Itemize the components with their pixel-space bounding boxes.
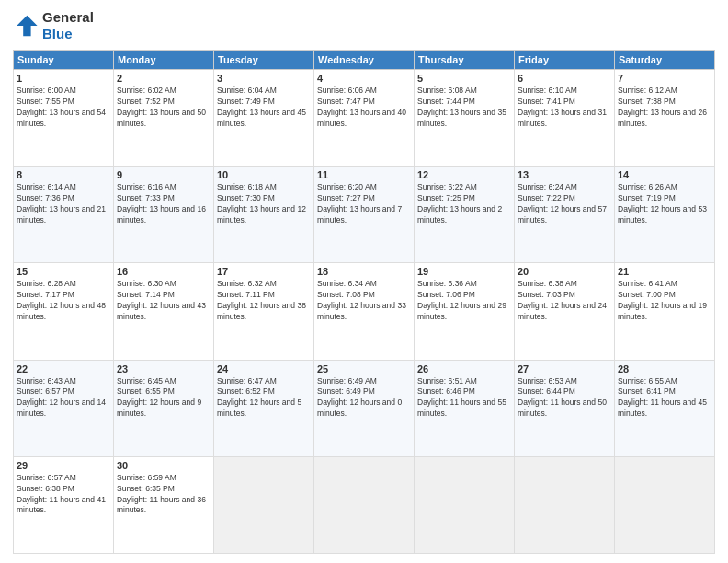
calendar-cell: 1Sunrise: 6:00 AMSunset: 7:55 PMDaylight… [14,70,114,167]
calendar-cell [615,456,715,553]
calendar-cell: 25Sunrise: 6:49 AMSunset: 6:49 PMDayligh… [314,360,415,456]
day-info: Sunrise: 6:14 AMSunset: 7:36 PMDaylight:… [17,182,110,226]
day-info: Sunrise: 6:34 AMSunset: 7:08 PMDaylight:… [317,279,411,323]
day-info: Sunrise: 6:53 AMSunset: 6:44 PMDaylight:… [518,376,611,420]
calendar-cell: 18Sunrise: 6:34 AMSunset: 7:08 PMDayligh… [314,263,415,360]
day-info: Sunrise: 6:51 AMSunset: 6:46 PMDaylight:… [417,376,511,420]
day-number: 1 [17,73,110,84]
day-number: 3 [217,73,311,84]
day-info: Sunrise: 6:49 AMSunset: 6:49 PMDaylight:… [317,376,411,420]
day-info: Sunrise: 6:43 AMSunset: 6:57 PMDaylight:… [17,376,110,420]
day-number: 27 [518,363,611,374]
day-number: 9 [117,169,210,180]
page: General Blue SundayMondayTuesdayWednesda… [0,0,728,563]
day-info: Sunrise: 6:36 AMSunset: 7:06 PMDaylight:… [417,279,511,323]
logo-text: General Blue [42,9,94,42]
calendar-week-row: 29Sunrise: 6:57 AMSunset: 6:38 PMDayligh… [14,456,715,553]
calendar-cell: 28Sunrise: 6:55 AMSunset: 6:41 PMDayligh… [615,360,715,456]
calendar-cell: 11Sunrise: 6:20 AMSunset: 7:27 PMDayligh… [314,167,415,263]
calendar-cell: 29Sunrise: 6:57 AMSunset: 6:38 PMDayligh… [14,456,114,553]
day-info: Sunrise: 6:41 AMSunset: 7:00 PMDaylight:… [618,279,711,323]
weekday-header-friday: Friday [515,51,615,70]
day-number: 4 [317,73,411,84]
weekday-header-monday: Monday [114,51,214,70]
day-info: Sunrise: 6:32 AMSunset: 7:11 PMDaylight:… [217,279,311,323]
calendar-cell: 16Sunrise: 6:30 AMSunset: 7:14 PMDayligh… [114,263,214,360]
day-number: 21 [618,266,711,277]
day-info: Sunrise: 6:06 AMSunset: 7:47 PMDaylight:… [317,86,411,130]
day-number: 26 [417,363,511,374]
calendar-cell: 5Sunrise: 6:08 AMSunset: 7:44 PMDaylight… [415,70,515,167]
day-number: 10 [217,169,311,180]
day-number: 12 [417,169,511,180]
day-info: Sunrise: 6:18 AMSunset: 7:30 PMDaylight:… [217,182,311,226]
day-number: 13 [518,169,611,180]
day-info: Sunrise: 6:16 AMSunset: 7:33 PMDaylight:… [117,182,210,226]
calendar-cell: 21Sunrise: 6:41 AMSunset: 7:00 PMDayligh… [615,263,715,360]
day-number: 20 [518,266,611,277]
calendar-cell: 20Sunrise: 6:38 AMSunset: 7:03 PMDayligh… [515,263,615,360]
day-info: Sunrise: 6:59 AMSunset: 6:35 PMDaylight:… [117,473,210,517]
day-number: 25 [317,363,411,374]
day-number: 16 [117,266,210,277]
day-info: Sunrise: 6:57 AMSunset: 6:38 PMDaylight:… [17,473,110,517]
calendar-cell: 26Sunrise: 6:51 AMSunset: 6:46 PMDayligh… [415,360,515,456]
calendar-cell [314,456,415,553]
day-info: Sunrise: 6:04 AMSunset: 7:49 PMDaylight:… [217,86,311,130]
day-info: Sunrise: 6:30 AMSunset: 7:14 PMDaylight:… [117,279,210,323]
weekday-header-thursday: Thursday [415,51,515,70]
calendar-cell: 2Sunrise: 6:02 AMSunset: 7:52 PMDaylight… [114,70,214,167]
day-number: 15 [17,266,110,277]
day-number: 18 [317,266,411,277]
calendar-cell: 15Sunrise: 6:28 AMSunset: 7:17 PMDayligh… [14,263,114,360]
day-info: Sunrise: 6:26 AMSunset: 7:19 PMDaylight:… [618,182,711,226]
calendar-cell: 4Sunrise: 6:06 AMSunset: 7:47 PMDaylight… [314,70,415,167]
calendar-cell: 24Sunrise: 6:47 AMSunset: 6:52 PMDayligh… [214,360,314,456]
logo: General Blue [13,9,94,42]
day-info: Sunrise: 6:02 AMSunset: 7:52 PMDaylight:… [117,86,210,130]
calendar-cell: 8Sunrise: 6:14 AMSunset: 7:36 PMDaylight… [14,167,114,263]
calendar-cell: 14Sunrise: 6:26 AMSunset: 7:19 PMDayligh… [615,167,715,263]
weekday-header-sunday: Sunday [14,51,114,70]
calendar-cell: 10Sunrise: 6:18 AMSunset: 7:30 PMDayligh… [214,167,314,263]
calendar-cell: 7Sunrise: 6:12 AMSunset: 7:38 PMDaylight… [615,70,715,167]
day-number: 22 [17,363,110,374]
day-info: Sunrise: 6:38 AMSunset: 7:03 PMDaylight:… [518,279,611,323]
calendar-cell [415,456,515,553]
day-number: 23 [117,363,210,374]
day-number: 2 [117,73,210,84]
weekday-header-saturday: Saturday [615,51,715,70]
day-number: 30 [117,460,210,471]
calendar-cell [214,456,314,553]
calendar-cell: 27Sunrise: 6:53 AMSunset: 6:44 PMDayligh… [515,360,615,456]
day-info: Sunrise: 6:28 AMSunset: 7:17 PMDaylight:… [17,279,110,323]
day-number: 17 [217,266,311,277]
day-info: Sunrise: 6:55 AMSunset: 6:41 PMDaylight:… [618,376,711,420]
calendar-cell: 3Sunrise: 6:04 AMSunset: 7:49 PMDaylight… [214,70,314,167]
calendar-cell [515,456,615,553]
weekday-header-wednesday: Wednesday [314,51,415,70]
day-info: Sunrise: 6:08 AMSunset: 7:44 PMDaylight:… [417,86,511,130]
calendar-week-row: 1Sunrise: 6:00 AMSunset: 7:55 PMDaylight… [14,70,715,167]
calendar-week-row: 8Sunrise: 6:14 AMSunset: 7:36 PMDaylight… [14,167,715,263]
header: General Blue [13,9,715,42]
day-info: Sunrise: 6:47 AMSunset: 6:52 PMDaylight:… [217,376,311,420]
day-number: 28 [618,363,711,374]
day-info: Sunrise: 6:24 AMSunset: 7:22 PMDaylight:… [518,182,611,226]
calendar-cell: 23Sunrise: 6:45 AMSunset: 6:55 PMDayligh… [114,360,214,456]
calendar-cell: 12Sunrise: 6:22 AMSunset: 7:25 PMDayligh… [415,167,515,263]
day-info: Sunrise: 6:22 AMSunset: 7:25 PMDaylight:… [417,182,511,226]
calendar-cell: 19Sunrise: 6:36 AMSunset: 7:06 PMDayligh… [415,263,515,360]
calendar-cell: 9Sunrise: 6:16 AMSunset: 7:33 PMDaylight… [114,167,214,263]
calendar-cell: 17Sunrise: 6:32 AMSunset: 7:11 PMDayligh… [214,263,314,360]
day-info: Sunrise: 6:20 AMSunset: 7:27 PMDaylight:… [317,182,411,226]
day-number: 5 [417,73,511,84]
day-number: 6 [518,73,611,84]
day-info: Sunrise: 6:12 AMSunset: 7:38 PMDaylight:… [618,86,711,130]
day-number: 7 [618,73,711,84]
day-info: Sunrise: 6:10 AMSunset: 7:41 PMDaylight:… [518,86,611,130]
calendar-week-row: 15Sunrise: 6:28 AMSunset: 7:17 PMDayligh… [14,263,715,360]
day-number: 8 [17,169,110,180]
day-number: 11 [317,169,411,180]
day-number: 24 [217,363,311,374]
